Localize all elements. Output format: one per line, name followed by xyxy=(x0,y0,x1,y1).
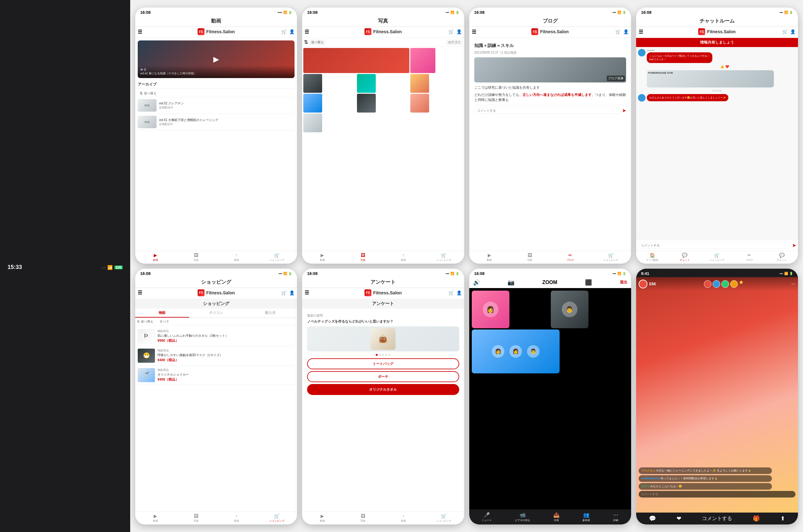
nav-post[interactable]: ↑投稿 xyxy=(216,251,257,264)
zoom-ctrl-mute[interactable]: 🎤ミュート xyxy=(482,512,492,522)
tab-bussan[interactable]: 物販 xyxy=(135,308,189,318)
photo-7[interactable] xyxy=(357,94,376,113)
chat-room-content: Lauren こんにちは！今日はライブ配信してくれるんですね！EMiスタジオ！ … xyxy=(636,47,798,240)
wifi-icon: 📶 xyxy=(784,11,788,14)
chat-comment-input[interactable] xyxy=(638,242,791,249)
status-icons-blog: ▪▪▪ 📶 🔋 xyxy=(613,11,626,14)
photo-2[interactable] xyxy=(410,48,435,73)
sort-label-shop[interactable]: 並べ替え xyxy=(141,320,153,324)
nav-video-p[interactable]: ▶動画 xyxy=(302,251,342,264)
shop-price-3: ¥400（税込） xyxy=(157,377,189,382)
survey-opt-2[interactable]: ポーチ xyxy=(307,371,459,382)
archive-item-2[interactable]: 動画 vol.51 大胸筋下部と僧帽筋のトレーニング 定期配信中 xyxy=(138,114,295,130)
cart-icon[interactable]: 🛒 xyxy=(449,290,454,295)
nav-video[interactable]: ▶動画 xyxy=(135,251,176,264)
tab-purchased[interactable]: 購入済 xyxy=(243,308,297,318)
viewer-count: ⭐ xyxy=(739,280,743,288)
nav-live[interactable]: 🏠ライブ配信 xyxy=(636,251,669,264)
nav-shop-s[interactable]: 🛒ショッピング xyxy=(257,512,297,525)
share-icon2[interactable]: ⬆ xyxy=(780,515,785,522)
all-label[interactable]: すべて xyxy=(160,320,169,324)
cart-icon[interactable]: 🛒 xyxy=(281,290,287,295)
shop-item-3[interactable]: 🥤 物販商品 オリジナルシェイカー ¥400（税込） xyxy=(138,365,295,385)
cart-icon[interactable]: 🛒 xyxy=(281,29,287,34)
shop-item-2[interactable]: 😷 物販商品 呼吸がしやすい接触冷感3Dマスク（Lサイズ） ¥400（税込） xyxy=(138,346,295,365)
sort-label[interactable]: 並べ替え xyxy=(144,91,156,96)
speaker-icon[interactable]: 🔊 xyxy=(473,279,480,286)
nav-video-s[interactable]: ▶動画 xyxy=(135,512,176,525)
nav-photo-s[interactable]: 🖼写真 xyxy=(176,512,216,525)
nav-shop[interactable]: 🛒ショッピング xyxy=(257,251,297,264)
send-icon[interactable]: ➤ xyxy=(622,108,626,113)
gift-icon[interactable]: 🎁 xyxy=(753,515,760,522)
nav-chat2-c[interactable]: 💬チャット xyxy=(766,251,798,264)
survey-opt-1[interactable]: トートバッグ xyxy=(307,358,459,369)
hamburger-icon[interactable]: ☰ xyxy=(304,29,309,35)
tab-digicon[interactable]: デジコン xyxy=(189,308,243,318)
msg-text-1: 今日も一緒にトレーニングしてきましたよ～✨ 又よろしくお願いします🙏 xyxy=(656,469,751,472)
nav-shop-p[interactable]: 🛒ショッピング xyxy=(424,251,464,264)
heart-icon[interactable]: ❤ xyxy=(677,515,681,522)
person-icon[interactable]: 👤 xyxy=(456,29,462,34)
onlive-input[interactable]: コメントする xyxy=(639,491,796,497)
nav-blog-b[interactable]: ✏ブログ xyxy=(550,251,591,264)
nav-video-b[interactable]: ▶動画 xyxy=(469,251,510,264)
main-video-thumb[interactable]: ▶ 👁 0 vol.42 身になる知識（ケガをした時の対処） xyxy=(138,40,295,78)
dot-1 xyxy=(376,354,378,356)
photo-6[interactable] xyxy=(303,94,322,113)
nav-chat-c[interactable]: 💬チャット xyxy=(669,251,701,264)
shop-info-3: 物販商品 オリジナルシェイカー ¥400（税込） xyxy=(157,368,189,382)
photo-5[interactable] xyxy=(410,74,429,93)
shop-tag-1: 物販商品 xyxy=(157,329,228,334)
photo-1[interactable] xyxy=(303,48,409,73)
zoom-icon-top[interactable]: ⬛ xyxy=(585,279,592,286)
nav-photo-sv[interactable]: 🖼写真 xyxy=(342,512,383,525)
zoom-ctrl-share[interactable]: 📤共有 xyxy=(553,512,560,522)
onlive-comment-label[interactable]: コメントする xyxy=(702,515,732,522)
nav-photo-p[interactable]: 🖼写真 xyxy=(342,251,383,264)
hamburger-icon[interactable]: ☰ xyxy=(304,290,309,296)
person-icon[interactable]: 👤 xyxy=(790,29,796,34)
cart-icon[interactable]: 🛒 xyxy=(449,29,454,34)
survey-opt-3[interactable]: オリジナルタオル xyxy=(307,384,459,395)
cart-icon[interactable]: 🛒 xyxy=(615,29,621,34)
nav-photo[interactable]: 🖼写真 xyxy=(176,251,216,264)
chat-send-icon[interactable]: ➤ xyxy=(792,242,796,248)
nav-video-sv[interactable]: ▶動画 xyxy=(302,512,342,525)
sort-btn[interactable]: 並べ替え xyxy=(309,39,325,45)
hamburger-icon[interactable]: ☰ xyxy=(138,29,142,35)
nav-shop-sv[interactable]: 🛒ショッピング xyxy=(424,512,464,525)
category-btn[interactable]: カテゴリ xyxy=(446,39,462,45)
person-icon[interactable]: 👤 xyxy=(456,290,462,295)
chat-bubble-icon[interactable]: 💬 xyxy=(649,515,656,522)
zoom-exit-btn[interactable]: 退出 xyxy=(620,280,627,285)
cart-icon[interactable]: 🛒 xyxy=(782,29,788,34)
camera-icon[interactable]: 📷 xyxy=(507,279,515,286)
zoom-ctrl-participants[interactable]: 👥参加者 xyxy=(582,512,590,522)
header-icons-chat: 🛒 👤 xyxy=(782,29,796,34)
blog-comment-input[interactable] xyxy=(474,107,621,114)
hamburger-icon[interactable]: ☰ xyxy=(639,29,643,35)
person-icon[interactable]: 👤 xyxy=(289,290,295,295)
nav-shop-c[interactable]: 🛒ショッピング xyxy=(701,251,733,264)
nav-shop-b[interactable]: 🛒ショッピング xyxy=(591,251,631,264)
shop-item-1[interactable]: 🏳 物販商品 肌に優しいふわふわ手触りのタオル（3枚セット） ¥900（税込） xyxy=(138,327,295,346)
person-icon[interactable]: 👤 xyxy=(623,29,629,34)
photo-3[interactable] xyxy=(303,74,322,93)
nav-post-sv[interactable]: ↑投稿 xyxy=(383,512,424,525)
nav-post-s[interactable]: ↑投稿 xyxy=(216,512,257,525)
nav-post-p[interactable]: ↑投稿 xyxy=(383,251,424,264)
photo-9[interactable] xyxy=(303,113,322,132)
zoom-ctrl-video[interactable]: 📹ビデオの停止 xyxy=(515,512,530,522)
nav-blog-c[interactable]: ✏ブログ xyxy=(733,251,766,264)
photo-4[interactable] xyxy=(357,74,376,93)
nav-photo-b[interactable]: 🖼写真 xyxy=(510,251,550,264)
more-icon[interactable]: ··· xyxy=(791,281,796,287)
person-icon[interactable]: 👤 xyxy=(289,29,295,34)
photo-8[interactable] xyxy=(410,94,429,113)
archive-item-1[interactable]: 動画 vol.52 クレアチン 定期配信中 xyxy=(138,97,295,114)
zoom-ctrl-more[interactable]: ⋯詳細 xyxy=(613,512,618,522)
hamburger-icon[interactable]: ☰ xyxy=(138,290,142,296)
hamburger-icon[interactable]: ☰ xyxy=(472,29,476,35)
section-title-survey: アンケート xyxy=(302,277,464,288)
